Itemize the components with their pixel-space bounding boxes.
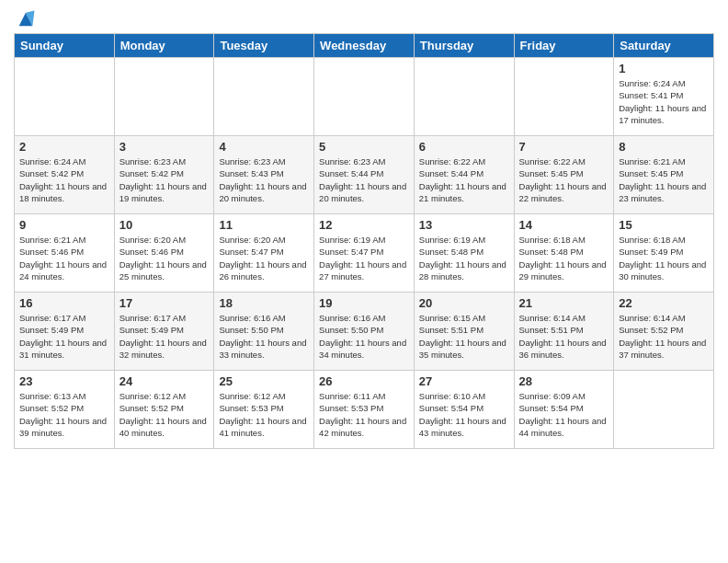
day-info: Sunrise: 6:21 AM Sunset: 5:45 PM Dayligh…	[619, 155, 709, 204]
day-info: Sunrise: 6:18 AM Sunset: 5:49 PM Dayligh…	[619, 234, 709, 282]
day-number: 18	[219, 296, 309, 310]
day-info: Sunrise: 6:23 AM Sunset: 5:44 PM Dayligh…	[319, 155, 409, 204]
day-number: 8	[619, 140, 709, 154]
day-number: 9	[19, 218, 109, 232]
day-number: 1	[619, 62, 709, 75]
day-number: 3	[119, 140, 210, 154]
calendar-cell: 25Sunrise: 6:12 AM Sunset: 5:53 PM Dayli…	[214, 371, 314, 449]
calendar-cell: 27Sunrise: 6:10 AM Sunset: 5:54 PM Dayli…	[414, 371, 514, 449]
day-number: 4	[219, 140, 309, 154]
day-info: Sunrise: 6:17 AM Sunset: 5:49 PM Dayligh…	[119, 312, 210, 361]
day-number: 2	[19, 140, 109, 154]
calendar-cell: 26Sunrise: 6:11 AM Sunset: 5:53 PM Dayli…	[314, 371, 415, 449]
day-number: 10	[119, 218, 210, 232]
day-number: 5	[319, 140, 409, 154]
day-number: 16	[19, 296, 109, 310]
logo-icon	[16, 9, 36, 29]
day-info: Sunrise: 6:24 AM Sunset: 5:42 PM Dayligh…	[19, 155, 109, 204]
day-number: 20	[419, 296, 509, 310]
main-container: SundayMondayTuesdayWednesdayThursdayFrid…	[0, 0, 728, 458]
calendar-cell: 11Sunrise: 6:20 AM Sunset: 5:47 PM Dayli…	[214, 214, 314, 293]
day-info: Sunrise: 6:20 AM Sunset: 5:47 PM Dayligh…	[219, 234, 309, 282]
day-info: Sunrise: 6:14 AM Sunset: 5:52 PM Dayligh…	[619, 312, 709, 361]
calendar-cell: 2Sunrise: 6:24 AM Sunset: 5:42 PM Daylig…	[15, 136, 115, 214]
calendar-cell: 12Sunrise: 6:19 AM Sunset: 5:47 PM Dayli…	[314, 214, 415, 293]
day-number: 26	[319, 374, 409, 388]
day-info: Sunrise: 6:12 AM Sunset: 5:52 PM Dayligh…	[119, 390, 210, 439]
day-header-tuesday: Tuesday	[214, 34, 314, 58]
calendar-cell: 6Sunrise: 6:22 AM Sunset: 5:44 PM Daylig…	[414, 136, 514, 214]
day-number: 28	[519, 374, 609, 388]
calendar-cell: 20Sunrise: 6:15 AM Sunset: 5:51 PM Dayli…	[414, 293, 514, 371]
calendar-cell: 5Sunrise: 6:23 AM Sunset: 5:44 PM Daylig…	[314, 136, 415, 214]
calendar-cell: 21Sunrise: 6:14 AM Sunset: 5:51 PM Dayli…	[514, 293, 614, 371]
calendar-cell	[114, 58, 214, 136]
day-info: Sunrise: 6:10 AM Sunset: 5:54 PM Dayligh…	[419, 390, 509, 439]
day-info: Sunrise: 6:14 AM Sunset: 5:51 PM Dayligh…	[519, 312, 609, 361]
day-info: Sunrise: 6:11 AM Sunset: 5:53 PM Dayligh…	[319, 390, 409, 439]
calendar-cell: 16Sunrise: 6:17 AM Sunset: 5:49 PM Dayli…	[15, 293, 115, 371]
day-info: Sunrise: 6:13 AM Sunset: 5:52 PM Dayligh…	[19, 390, 109, 439]
calendar-cell	[314, 58, 415, 136]
logo	[14, 9, 36, 26]
day-info: Sunrise: 6:19 AM Sunset: 5:48 PM Dayligh…	[419, 234, 509, 282]
calendar-week-1: 1Sunrise: 6:24 AM Sunset: 5:41 PM Daylig…	[15, 58, 714, 136]
day-header-saturday: Saturday	[614, 34, 714, 58]
calendar-cell	[514, 58, 614, 136]
day-info: Sunrise: 6:23 AM Sunset: 5:43 PM Dayligh…	[219, 155, 309, 204]
calendar-cell: 17Sunrise: 6:17 AM Sunset: 5:49 PM Dayli…	[114, 293, 214, 371]
day-header-wednesday: Wednesday	[314, 34, 415, 58]
calendar-cell	[214, 58, 314, 136]
day-header-friday: Friday	[514, 34, 614, 58]
calendar-cell: 4Sunrise: 6:23 AM Sunset: 5:43 PM Daylig…	[214, 136, 314, 214]
day-info: Sunrise: 6:16 AM Sunset: 5:50 PM Dayligh…	[219, 312, 309, 361]
calendar-week-2: 2Sunrise: 6:24 AM Sunset: 5:42 PM Daylig…	[15, 136, 714, 214]
day-number: 21	[519, 296, 609, 310]
calendar-cell: 3Sunrise: 6:23 AM Sunset: 5:42 PM Daylig…	[114, 136, 214, 214]
day-info: Sunrise: 6:16 AM Sunset: 5:50 PM Dayligh…	[319, 312, 409, 361]
calendar-cell: 14Sunrise: 6:18 AM Sunset: 5:48 PM Dayli…	[514, 214, 614, 293]
day-info: Sunrise: 6:15 AM Sunset: 5:51 PM Dayligh…	[419, 312, 509, 361]
day-number: 19	[319, 296, 409, 310]
day-info: Sunrise: 6:24 AM Sunset: 5:41 PM Dayligh…	[619, 77, 709, 126]
day-info: Sunrise: 6:19 AM Sunset: 5:47 PM Dayligh…	[319, 234, 409, 282]
calendar-cell: 13Sunrise: 6:19 AM Sunset: 5:48 PM Dayli…	[414, 214, 514, 293]
day-number: 12	[319, 218, 409, 232]
calendar-cell: 23Sunrise: 6:13 AM Sunset: 5:52 PM Dayli…	[15, 371, 115, 449]
day-header-thursday: Thursday	[414, 34, 514, 58]
day-number: 25	[219, 374, 309, 388]
calendar-cell: 22Sunrise: 6:14 AM Sunset: 5:52 PM Dayli…	[614, 293, 714, 371]
calendar-header-row: SundayMondayTuesdayWednesdayThursdayFrid…	[15, 34, 714, 58]
day-info: Sunrise: 6:17 AM Sunset: 5:49 PM Dayligh…	[19, 312, 109, 361]
calendar-cell: 1Sunrise: 6:24 AM Sunset: 5:41 PM Daylig…	[614, 58, 714, 136]
calendar-week-3: 9Sunrise: 6:21 AM Sunset: 5:46 PM Daylig…	[15, 214, 714, 293]
day-info: Sunrise: 6:21 AM Sunset: 5:46 PM Dayligh…	[19, 234, 109, 282]
calendar-cell	[614, 371, 714, 449]
calendar-cell: 24Sunrise: 6:12 AM Sunset: 5:52 PM Dayli…	[114, 371, 214, 449]
calendar-cell: 19Sunrise: 6:16 AM Sunset: 5:50 PM Dayli…	[314, 293, 415, 371]
day-number: 27	[419, 374, 509, 388]
day-number: 14	[519, 218, 609, 232]
day-number: 23	[19, 374, 109, 388]
calendar-cell: 9Sunrise: 6:21 AM Sunset: 5:46 PM Daylig…	[15, 214, 115, 293]
calendar: SundayMondayTuesdayWednesdayThursdayFrid…	[14, 33, 714, 449]
day-info: Sunrise: 6:18 AM Sunset: 5:48 PM Dayligh…	[519, 234, 609, 282]
day-number: 17	[119, 296, 210, 310]
calendar-cell	[414, 58, 514, 136]
calendar-cell: 18Sunrise: 6:16 AM Sunset: 5:50 PM Dayli…	[214, 293, 314, 371]
calendar-cell: 8Sunrise: 6:21 AM Sunset: 5:45 PM Daylig…	[614, 136, 714, 214]
day-number: 15	[619, 218, 709, 232]
day-info: Sunrise: 6:20 AM Sunset: 5:46 PM Dayligh…	[119, 234, 210, 282]
day-number: 6	[419, 140, 509, 154]
calendar-cell: 10Sunrise: 6:20 AM Sunset: 5:46 PM Dayli…	[114, 214, 214, 293]
day-number: 13	[419, 218, 509, 232]
day-info: Sunrise: 6:12 AM Sunset: 5:53 PM Dayligh…	[219, 390, 309, 439]
day-info: Sunrise: 6:22 AM Sunset: 5:44 PM Dayligh…	[419, 155, 509, 204]
calendar-cell: 28Sunrise: 6:09 AM Sunset: 5:54 PM Dayli…	[514, 371, 614, 449]
day-number: 7	[519, 140, 609, 154]
day-number: 24	[119, 374, 210, 388]
day-number: 11	[219, 218, 309, 232]
calendar-week-5: 23Sunrise: 6:13 AM Sunset: 5:52 PM Dayli…	[15, 371, 714, 449]
day-header-monday: Monday	[114, 34, 214, 58]
calendar-week-4: 16Sunrise: 6:17 AM Sunset: 5:49 PM Dayli…	[15, 293, 714, 371]
